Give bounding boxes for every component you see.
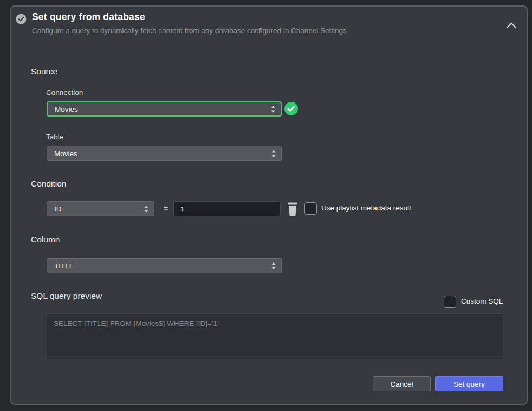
green-check-badge-icon bbox=[284, 102, 298, 115]
set-query-dialog: Set query from database Configure a quer… bbox=[10, 5, 528, 405]
source-section-heading: Source bbox=[31, 67, 57, 76]
column-select[interactable]: TITLE bbox=[47, 258, 282, 273]
table-label: Table bbox=[46, 133, 63, 141]
up-down-stepper-icon bbox=[144, 205, 149, 213]
condition-field-selected-value: ID bbox=[47, 205, 144, 213]
check-circle-icon bbox=[16, 14, 27, 24]
trash-icon[interactable] bbox=[287, 202, 299, 216]
sql-query-preview-textarea[interactable]: SELECT [TITLE] FROM [Movies$] WHERE [ID]… bbox=[47, 313, 503, 359]
use-playlist-metadata-label: Use playlist metadata result bbox=[321, 204, 411, 212]
table-selected-value: Movies bbox=[47, 150, 271, 158]
table-select[interactable]: Movies bbox=[47, 146, 282, 161]
condition-field-select[interactable]: ID bbox=[47, 201, 154, 216]
dialog-subtitle: Configure a query to dynamically fetch c… bbox=[32, 27, 347, 35]
condition-section-heading: Condition bbox=[31, 179, 67, 189]
custom-sql-label: Custom SQL bbox=[461, 297, 503, 305]
condition-value-input[interactable] bbox=[173, 201, 281, 216]
column-section-heading: Column bbox=[31, 235, 60, 245]
connection-select[interactable]: Movies bbox=[47, 101, 282, 117]
up-down-stepper-icon bbox=[271, 150, 276, 158]
connection-label: Connection bbox=[46, 88, 83, 97]
column-selected-value: TITLE bbox=[47, 262, 271, 270]
set-query-button[interactable]: Set query bbox=[435, 376, 503, 391]
custom-sql-checkbox[interactable] bbox=[444, 296, 456, 308]
use-playlist-metadata-checkbox[interactable] bbox=[304, 202, 317, 215]
connection-selected-value: Movies bbox=[48, 105, 270, 113]
chevron-up-icon[interactable] bbox=[505, 21, 517, 30]
up-down-stepper-icon bbox=[270, 105, 276, 113]
up-down-stepper-icon bbox=[271, 262, 276, 270]
cancel-button[interactable]: Cancel bbox=[373, 376, 431, 391]
equals-operator: = bbox=[164, 204, 168, 213]
sql-preview-heading: SQL query preview bbox=[31, 291, 102, 301]
dialog-title: Set query from database bbox=[32, 11, 145, 23]
